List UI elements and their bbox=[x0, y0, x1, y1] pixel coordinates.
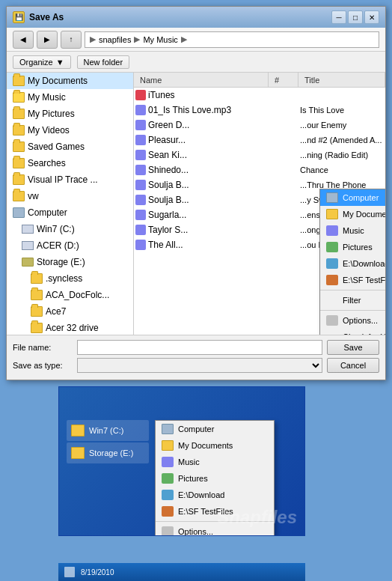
sidebar: My Documents My Music My Pictures My Vid… bbox=[7, 73, 134, 335]
path-part-2[interactable]: My Music bbox=[143, 35, 177, 44]
address-path[interactable]: ▶ snapfiles ▶ My Music ▶ bbox=[85, 31, 379, 48]
folder-icon bbox=[13, 76, 25, 86]
col-header-title[interactable]: Title bbox=[298, 73, 385, 87]
context-menu-label: My Documents bbox=[343, 210, 385, 219]
sidebar-item-searches[interactable]: Searches bbox=[7, 155, 133, 171]
folder-menu-icon bbox=[162, 440, 174, 451]
sidebar-item-label: My Documents bbox=[28, 76, 88, 86]
sidebar-item-my-pictures[interactable]: My Pictures bbox=[7, 106, 133, 122]
path-part-1[interactable]: snapfiles bbox=[99, 35, 131, 44]
forward-button[interactable]: ▶ bbox=[37, 31, 58, 49]
second-menu-my-documents[interactable]: My Documents bbox=[156, 437, 274, 454]
sidebar-item-my-music[interactable]: My Music bbox=[7, 89, 133, 106]
panel-items: Win7 (C:) Storage (E:) bbox=[67, 420, 149, 463]
sidebar-item-vw[interactable]: vw bbox=[7, 188, 133, 204]
new-folder-button[interactable]: New folder bbox=[77, 55, 130, 69]
watermark: Snapfiles bbox=[217, 507, 297, 528]
file-item-pleasur[interactable]: Pleasur... ...nd #2 (Amended A... bbox=[134, 133, 385, 147]
sidebar-item-syncless[interactable]: .syncless bbox=[7, 270, 133, 287]
file-item-itunes[interactable]: iTunes bbox=[134, 88, 385, 103]
taskbar: 8/19/2010 bbox=[58, 563, 305, 581]
sidebar-item-computer[interactable]: Computer bbox=[7, 204, 133, 221]
cancel-button[interactable]: Cancel bbox=[327, 358, 379, 373]
folder-icon bbox=[31, 290, 43, 300]
folder-icon bbox=[13, 158, 25, 168]
music-file-icon bbox=[135, 210, 146, 220]
context-menu-item-filter[interactable]: Filter ▶ bbox=[320, 292, 385, 308]
context-menu-item-esftestfiles[interactable]: E:\SF TestFiles bbox=[320, 272, 385, 288]
organize-button[interactable]: Organize ▼ bbox=[13, 55, 71, 69]
music-file-icon bbox=[135, 195, 146, 205]
second-menu-computer[interactable]: Computer bbox=[156, 421, 274, 437]
sidebar-item-acer-32[interactable]: Acer 32 drive bbox=[7, 320, 133, 335]
folder-icon bbox=[13, 109, 25, 119]
second-menu-pictures[interactable]: Pictures bbox=[156, 470, 274, 487]
sidebar-item-label: My Music bbox=[28, 92, 66, 103]
context-menu-item-computer[interactable]: Computer ▶ bbox=[320, 189, 385, 206]
file-title: ...our Enemy bbox=[300, 121, 384, 130]
context-menu-label: Music bbox=[178, 457, 200, 466]
sidebar-item-my-documents[interactable]: My Documents bbox=[7, 73, 133, 89]
taskbar-date: 8/19/2010 bbox=[81, 568, 114, 577]
second-menu-edownload[interactable]: E:\Download bbox=[156, 487, 274, 503]
minimize-button[interactable]: ─ bbox=[331, 10, 346, 24]
sidebar-item-storage-e[interactable]: Storage (E:) bbox=[7, 254, 133, 270]
file-item-shinedo[interactable]: Shinedo... Chance bbox=[134, 162, 385, 177]
sidebar-item-saved-games[interactable]: Saved Games bbox=[7, 139, 133, 155]
music-file-icon bbox=[135, 225, 146, 235]
maximize-button[interactable]: □ bbox=[348, 10, 363, 24]
filename-input[interactable] bbox=[77, 340, 322, 355]
menu-separator-1 bbox=[320, 290, 385, 290]
sidebar-item-aca-doc[interactable]: ACA_DocFolc... bbox=[7, 287, 133, 303]
up-button[interactable]: ↑ bbox=[61, 31, 82, 49]
file-title: Is This Love bbox=[300, 106, 384, 115]
file-item-01[interactable]: 01_Is This Love.mp3 Is This Love bbox=[134, 103, 385, 118]
panel-item-storage-e[interactable]: Storage (E:) bbox=[67, 442, 149, 463]
file-item-sean[interactable]: Sean Ki... ...ning (Radio Edit) bbox=[134, 147, 385, 162]
filetype-select[interactable] bbox=[77, 358, 322, 373]
file-name: Pleasur... bbox=[148, 135, 186, 145]
download-menu-icon bbox=[326, 258, 338, 269]
sidebar-item-label: Searches bbox=[28, 158, 66, 168]
filename-label: File name: bbox=[13, 343, 73, 352]
folder-open-icon bbox=[13, 92, 25, 103]
second-menu-music[interactable]: Music bbox=[156, 454, 274, 470]
context-menu-item-edownload[interactable]: E:\Download bbox=[320, 255, 385, 272]
back-button[interactable]: ◀ bbox=[13, 31, 34, 49]
taskbar-icon bbox=[64, 567, 75, 577]
sidebar-item-visual-ip[interactable]: Visual IP Trace ... bbox=[7, 171, 133, 188]
folder-icon bbox=[13, 191, 25, 201]
music-file-icon bbox=[135, 135, 146, 145]
sidebar-item-acer-d[interactable]: ACER (D:) bbox=[7, 237, 133, 254]
folder-menu-icon bbox=[326, 209, 338, 219]
sidebar-item-my-videos[interactable]: My Videos bbox=[7, 122, 133, 139]
music-menu-icon bbox=[326, 225, 338, 236]
drive-icon bbox=[22, 225, 34, 234]
filename-row: File name: Save bbox=[13, 340, 379, 355]
context-menu-item-pictures[interactable]: Pictures bbox=[320, 239, 385, 255]
menu-separator-2 bbox=[320, 310, 385, 311]
file-item-green[interactable]: Green D... ...our Enemy bbox=[134, 118, 385, 133]
file-list-header: Name # Title bbox=[134, 73, 385, 88]
context-menu-item-check-updates[interactable]: Check for Updates... bbox=[320, 329, 385, 335]
context-menu-item-my-documents[interactable]: My Documents bbox=[320, 206, 385, 222]
context-menu-item-options[interactable]: Options... bbox=[320, 312, 385, 329]
col-header-num[interactable]: # bbox=[269, 73, 298, 87]
context-menu-label: My Documents bbox=[178, 441, 233, 450]
file-name: Sugarla... bbox=[148, 210, 186, 220]
sidebar-item-label: ACA_DocFolc... bbox=[46, 290, 109, 300]
col-header-name[interactable]: Name bbox=[134, 73, 269, 87]
panel-item-win7c[interactable]: Win7 (C:) bbox=[67, 420, 149, 441]
options-menu-icon bbox=[326, 315, 338, 326]
folder-icon bbox=[31, 306, 43, 317]
organize-label: Organize bbox=[19, 58, 53, 67]
sidebar-item-ace7[interactable]: Ace7 bbox=[7, 303, 133, 320]
save-button[interactable]: Save bbox=[327, 340, 379, 355]
context-menu-item-music[interactable]: Music bbox=[320, 222, 385, 239]
close-button[interactable]: ✕ bbox=[364, 10, 379, 24]
context-menu-label: Options... bbox=[343, 316, 378, 325]
file-name: Shinedo... bbox=[148, 165, 189, 175]
title-controls: ─ □ ✕ bbox=[331, 10, 379, 24]
sidebar-item-label: My Videos bbox=[28, 125, 70, 136]
sidebar-item-win7c[interactable]: Win7 (C:) bbox=[7, 221, 133, 237]
